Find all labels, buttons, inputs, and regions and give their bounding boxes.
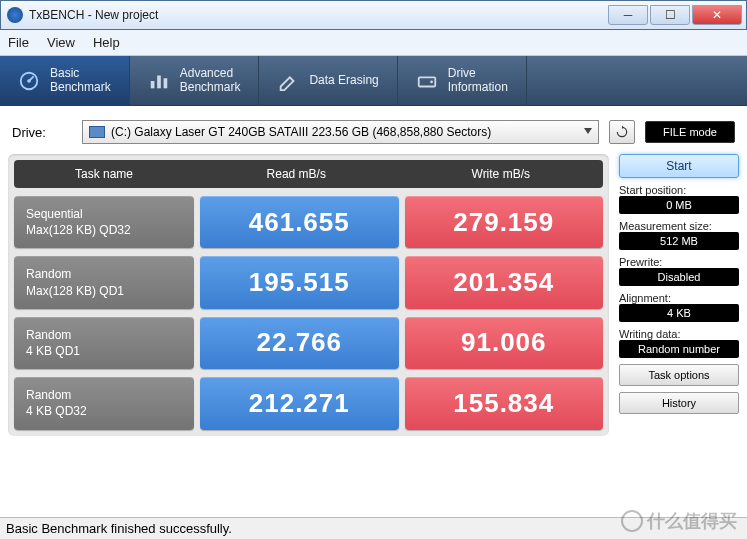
close-button[interactable]: ✕	[692, 5, 742, 25]
prewrite-value: Disabled	[619, 268, 739, 286]
status-text: Basic Benchmark finished successfully.	[6, 521, 232, 536]
side-panel: Start Start position: 0 MB Measurement s…	[619, 154, 739, 436]
tab-advanced-benchmark[interactable]: AdvancedBenchmark	[130, 56, 260, 105]
drive-icon	[416, 70, 438, 92]
write-value: 201.354	[405, 256, 604, 308]
task-options-button[interactable]: Task options	[619, 364, 739, 386]
app-icon	[7, 7, 23, 23]
task-name-line1: Random	[26, 266, 182, 282]
table-row: Random 4 KB QD32 212.271 155.834	[14, 377, 603, 429]
drive-selected-text: (C:) Galaxy Laser GT 240GB SATAIII 223.5…	[111, 125, 491, 139]
tab-data-erasing[interactable]: Data Erasing	[259, 56, 397, 105]
task-cell: Sequential Max(128 KB) QD32	[14, 196, 194, 248]
tab-label: Information	[448, 80, 508, 94]
disk-icon	[89, 126, 105, 138]
tab-label: Advanced	[180, 66, 233, 80]
bars-icon	[148, 70, 170, 92]
read-value: 22.766	[200, 317, 399, 369]
read-value: 195.515	[200, 256, 399, 308]
benchmark-panel: Task name Read mB/s Write mB/s Sequentia…	[8, 154, 609, 436]
maximize-button[interactable]: ☐	[650, 5, 690, 25]
tab-label: Benchmark	[50, 80, 111, 94]
read-value: 212.271	[200, 377, 399, 429]
svg-rect-4	[163, 78, 167, 88]
status-bar: Basic Benchmark finished successfully.	[0, 517, 747, 539]
start-position-label: Start position:	[619, 184, 739, 196]
read-value: 461.655	[200, 196, 399, 248]
svg-point-1	[27, 79, 31, 83]
task-cell: Random 4 KB QD32	[14, 377, 194, 429]
tab-label: Data Erasing	[309, 73, 378, 87]
tab-basic-benchmark[interactable]: BasicBenchmark	[0, 56, 130, 105]
benchmark-header: Task name Read mB/s Write mB/s	[14, 160, 603, 188]
tab-label: Basic	[50, 66, 79, 80]
tab-bar: BasicBenchmark AdvancedBenchmark Data Er…	[0, 56, 747, 106]
task-name-line1: Random	[26, 327, 182, 343]
table-row: Sequential Max(128 KB) QD32 461.655 279.…	[14, 196, 603, 248]
task-name-line2: 4 KB QD1	[26, 343, 182, 359]
write-value: 91.006	[405, 317, 604, 369]
tab-drive-information[interactable]: DriveInformation	[398, 56, 527, 105]
svg-rect-3	[157, 75, 161, 88]
table-row: Random 4 KB QD1 22.766 91.006	[14, 317, 603, 369]
start-button[interactable]: Start	[619, 154, 739, 178]
task-name-line2: 4 KB QD32	[26, 403, 182, 419]
chevron-down-icon	[584, 128, 592, 134]
menu-help[interactable]: Help	[93, 35, 120, 50]
tab-label: Drive	[448, 66, 476, 80]
measurement-size-value: 512 MB	[619, 232, 739, 250]
svg-rect-2	[150, 81, 154, 88]
window-title: TxBENCH - New project	[29, 8, 606, 22]
gauge-icon	[18, 70, 40, 92]
writing-data-value: Random number	[619, 340, 739, 358]
refresh-icon	[615, 125, 629, 139]
task-name-line2: Max(128 KB) QD1	[26, 283, 182, 299]
task-cell: Random Max(128 KB) QD1	[14, 256, 194, 308]
alignment-label: Alignment:	[619, 292, 739, 304]
task-name-line1: Sequential	[26, 206, 182, 222]
drive-label: Drive:	[12, 125, 72, 140]
menu-view[interactable]: View	[47, 35, 75, 50]
menu-file[interactable]: File	[8, 35, 29, 50]
history-button[interactable]: History	[619, 392, 739, 414]
refresh-button[interactable]	[609, 120, 635, 144]
writing-data-label: Writing data:	[619, 328, 739, 340]
alignment-value: 4 KB	[619, 304, 739, 322]
write-value: 279.159	[405, 196, 604, 248]
table-row: Random Max(128 KB) QD1 195.515 201.354	[14, 256, 603, 308]
measurement-size-label: Measurement size:	[619, 220, 739, 232]
header-read: Read mB/s	[194, 167, 399, 181]
file-mode-button[interactable]: FILE mode	[645, 121, 735, 143]
window-titlebar: TxBENCH - New project ─ ☐ ✕	[0, 0, 747, 30]
tab-label: Benchmark	[180, 80, 241, 94]
task-name-line2: Max(128 KB) QD32	[26, 222, 182, 238]
prewrite-label: Prewrite:	[619, 256, 739, 268]
svg-point-6	[430, 80, 433, 83]
menu-bar: File View Help	[0, 30, 747, 56]
drive-select[interactable]: (C:) Galaxy Laser GT 240GB SATAIII 223.5…	[82, 120, 599, 144]
header-task: Task name	[14, 167, 194, 181]
task-name-line1: Random	[26, 387, 182, 403]
header-write: Write mB/s	[399, 167, 604, 181]
erase-icon	[277, 70, 299, 92]
minimize-button[interactable]: ─	[608, 5, 648, 25]
task-cell: Random 4 KB QD1	[14, 317, 194, 369]
write-value: 155.834	[405, 377, 604, 429]
start-position-value: 0 MB	[619, 196, 739, 214]
